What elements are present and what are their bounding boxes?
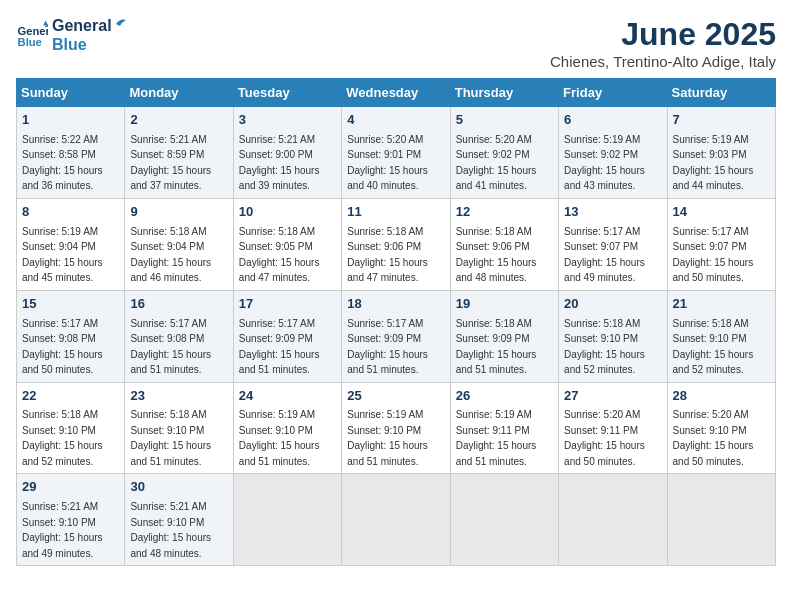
calendar-day-24: 24Sunrise: 5:19 AMSunset: 9:10 PMDayligh…: [233, 382, 341, 474]
calendar-day-6: 6Sunrise: 5:19 AMSunset: 9:02 PMDaylight…: [559, 107, 667, 199]
calendar-day-14: 14Sunrise: 5:17 AMSunset: 9:07 PMDayligh…: [667, 198, 775, 290]
calendar-day-10: 10Sunrise: 5:18 AMSunset: 9:05 PMDayligh…: [233, 198, 341, 290]
calendar-day-19: 19Sunrise: 5:18 AMSunset: 9:09 PMDayligh…: [450, 290, 558, 382]
calendar-header-row: SundayMondayTuesdayWednesdayThursdayFrid…: [17, 79, 776, 107]
logo-bird-icon: [106, 16, 126, 36]
calendar-week-2: 8Sunrise: 5:19 AMSunset: 9:04 PMDaylight…: [17, 198, 776, 290]
calendar-week-5: 29Sunrise: 5:21 AMSunset: 9:10 PMDayligh…: [17, 474, 776, 566]
day-header-saturday: Saturday: [667, 79, 775, 107]
day-header-sunday: Sunday: [17, 79, 125, 107]
calendar-day-5: 5Sunrise: 5:20 AMSunset: 9:02 PMDaylight…: [450, 107, 558, 199]
calendar-day-20: 20Sunrise: 5:18 AMSunset: 9:10 PMDayligh…: [559, 290, 667, 382]
calendar-day-3: 3Sunrise: 5:21 AMSunset: 9:00 PMDaylight…: [233, 107, 341, 199]
calendar-day-12: 12Sunrise: 5:18 AMSunset: 9:06 PMDayligh…: [450, 198, 558, 290]
day-header-thursday: Thursday: [450, 79, 558, 107]
calendar-day-18: 18Sunrise: 5:17 AMSunset: 9:09 PMDayligh…: [342, 290, 450, 382]
calendar-day-17: 17Sunrise: 5:17 AMSunset: 9:09 PMDayligh…: [233, 290, 341, 382]
svg-text:General: General: [18, 25, 48, 37]
calendar-day-empty: [667, 474, 775, 566]
calendar-day-8: 8Sunrise: 5:19 AMSunset: 9:04 PMDaylight…: [17, 198, 125, 290]
calendar-day-1: 1Sunrise: 5:22 AMSunset: 8:58 PMDaylight…: [17, 107, 125, 199]
calendar-day-21: 21Sunrise: 5:18 AMSunset: 9:10 PMDayligh…: [667, 290, 775, 382]
month-title: June 2025: [550, 16, 776, 53]
calendar-day-empty: [342, 474, 450, 566]
location-title: Chienes, Trentino-Alto Adige, Italy: [550, 53, 776, 70]
calendar-day-25: 25Sunrise: 5:19 AMSunset: 9:10 PMDayligh…: [342, 382, 450, 474]
calendar-day-2: 2Sunrise: 5:21 AMSunset: 8:59 PMDaylight…: [125, 107, 233, 199]
day-header-wednesday: Wednesday: [342, 79, 450, 107]
title-area: June 2025 Chienes, Trentino-Alto Adige, …: [550, 16, 776, 70]
calendar-day-13: 13Sunrise: 5:17 AMSunset: 9:07 PMDayligh…: [559, 198, 667, 290]
day-header-friday: Friday: [559, 79, 667, 107]
page-header: General Blue General Blue June 2025 Chie…: [16, 16, 776, 70]
calendar-day-26: 26Sunrise: 5:19 AMSunset: 9:11 PMDayligh…: [450, 382, 558, 474]
calendar-day-27: 27Sunrise: 5:20 AMSunset: 9:11 PMDayligh…: [559, 382, 667, 474]
calendar-day-15: 15Sunrise: 5:17 AMSunset: 9:08 PMDayligh…: [17, 290, 125, 382]
calendar-week-4: 22Sunrise: 5:18 AMSunset: 9:10 PMDayligh…: [17, 382, 776, 474]
day-header-monday: Monday: [125, 79, 233, 107]
calendar-day-29: 29Sunrise: 5:21 AMSunset: 9:10 PMDayligh…: [17, 474, 125, 566]
calendar-week-1: 1Sunrise: 5:22 AMSunset: 8:58 PMDaylight…: [17, 107, 776, 199]
calendar-day-16: 16Sunrise: 5:17 AMSunset: 9:08 PMDayligh…: [125, 290, 233, 382]
logo: General Blue General Blue: [16, 16, 126, 54]
calendar-day-22: 22Sunrise: 5:18 AMSunset: 9:10 PMDayligh…: [17, 382, 125, 474]
logo-icon: General Blue: [16, 19, 48, 51]
calendar-day-7: 7Sunrise: 5:19 AMSunset: 9:03 PMDaylight…: [667, 107, 775, 199]
calendar-day-empty: [450, 474, 558, 566]
logo-text-blue: Blue: [52, 35, 112, 54]
calendar-day-4: 4Sunrise: 5:20 AMSunset: 9:01 PMDaylight…: [342, 107, 450, 199]
logo-text-general: General: [52, 16, 112, 35]
calendar-day-empty: [559, 474, 667, 566]
calendar-day-empty: [233, 474, 341, 566]
calendar-day-30: 30Sunrise: 5:21 AMSunset: 9:10 PMDayligh…: [125, 474, 233, 566]
calendar-day-9: 9Sunrise: 5:18 AMSunset: 9:04 PMDaylight…: [125, 198, 233, 290]
calendar-day-23: 23Sunrise: 5:18 AMSunset: 9:10 PMDayligh…: [125, 382, 233, 474]
calendar-week-3: 15Sunrise: 5:17 AMSunset: 9:08 PMDayligh…: [17, 290, 776, 382]
svg-text:Blue: Blue: [18, 36, 42, 48]
day-header-tuesday: Tuesday: [233, 79, 341, 107]
calendar-day-11: 11Sunrise: 5:18 AMSunset: 9:06 PMDayligh…: [342, 198, 450, 290]
calendar-table: SundayMondayTuesdayWednesdayThursdayFrid…: [16, 78, 776, 566]
calendar-day-28: 28Sunrise: 5:20 AMSunset: 9:10 PMDayligh…: [667, 382, 775, 474]
